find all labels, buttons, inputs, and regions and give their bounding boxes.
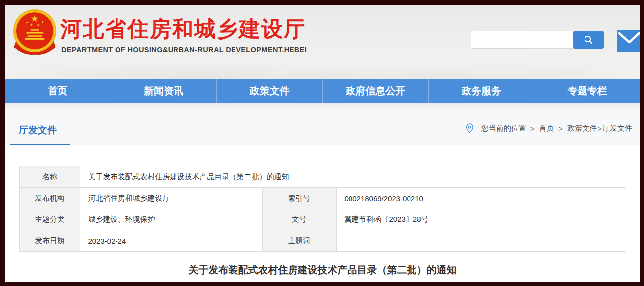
meta-value-name: 关于发布装配式农村住房建设技术产品目录（第二批）的通知: [80, 166, 626, 188]
table-row: 发布机构 河北省住房和城乡建设厅 索引号 000218069/2023-0021…: [19, 188, 626, 209]
site-header: 河北省住房和城乡建设厅 DEPARTMENT OF HOUSING&URBAN-…: [5, 5, 640, 79]
meta-label-topic-category: 主题分类: [19, 209, 80, 230]
national-emblem-logo: [11, 8, 59, 59]
search-input[interactable]: [471, 31, 581, 49]
document-meta-table: 名称 关于发布装配式农村住房建设技术产品目录（第二批）的通知 发布机构 河北省住…: [19, 166, 626, 252]
meta-label-doc-number: 文号: [262, 209, 336, 230]
envelope-icon: [617, 30, 641, 52]
mail-button[interactable]: [617, 30, 641, 52]
content-area: 名称 关于发布装配式农村住房建设技术产品目录（第二批）的通知 发布机构 河北省住…: [5, 145, 640, 282]
meta-label-publish-date: 发布日期: [19, 230, 80, 252]
main-nav: 首页 新闻资讯 政策文件 政府信息公开 政务服务 专题专栏: [5, 79, 640, 103]
location-pin-icon: [465, 123, 474, 134]
meta-label-name: 名称: [19, 166, 80, 188]
meta-label-issuer: 发布机构: [19, 188, 80, 209]
search-button[interactable]: [573, 31, 604, 49]
site-subtitle: DEPARTMENT OF HOUSING&URBAN-RURAL DEVELO…: [61, 46, 307, 54]
breadcrumb-separator: >: [597, 124, 602, 133]
meta-value-doc-number: 冀建节科函〔2023〕28号: [336, 209, 626, 230]
table-row: 主题分类 城乡建设、环境保护 文号 冀建节科函〔2023〕28号: [19, 209, 626, 230]
table-row: 发布日期 2023-02-24 主题词: [19, 230, 626, 252]
breadcrumb-separator: >: [530, 124, 535, 133]
meta-label-index-number: 索引号: [262, 188, 336, 209]
meta-value-publish-date: 2023-02-24: [80, 230, 262, 252]
site-title: 河北省住房和城乡建设厅: [60, 18, 307, 40]
nav-item-news[interactable]: 新闻资讯: [111, 79, 217, 103]
section-bar: 厅发文件 您当前的位置 > 首页 > 政策文件 > 厅发文件: [5, 103, 640, 145]
breadcrumb-link-policy[interactable]: 政策文件: [567, 124, 597, 133]
meta-label-keywords: 主题词: [262, 230, 336, 252]
nav-item-services[interactable]: 政务服务: [428, 79, 534, 103]
table-row: 名称 关于发布装配式农村住房建设技术产品目录（第二批）的通知: [19, 166, 626, 188]
nav-item-gov-info[interactable]: 政府信息公开: [322, 79, 428, 103]
breadcrumb-link-home[interactable]: 首页: [539, 124, 554, 133]
breadcrumb-separator: >: [558, 124, 563, 133]
nav-item-home[interactable]: 首页: [5, 79, 111, 103]
meta-value-index-number: 000218069/2023-00210: [336, 188, 626, 209]
breadcrumb-location-label: 您当前的位置: [481, 124, 526, 133]
meta-value-topic-category: 城乡建设、环境保护: [80, 209, 262, 230]
site-title-block: 河北省住房和城乡建设厅 DEPARTMENT OF HOUSING&URBAN-…: [60, 18, 307, 54]
search-icon: [583, 34, 594, 45]
meta-value-keywords: [336, 230, 626, 252]
breadcrumb-link-current[interactable]: 厅发文件: [602, 124, 632, 133]
page: 河北省住房和城乡建设厅 DEPARTMENT OF HOUSING&URBAN-…: [0, 0, 644, 286]
nav-item-policy[interactable]: 政策文件: [216, 79, 322, 103]
breadcrumb: 您当前的位置 > 首页 > 政策文件 > 厅发文件: [465, 123, 632, 134]
meta-value-issuer: 河北省住房和城乡建设厅: [80, 188, 262, 209]
document-title: 关于发布装配式农村住房建设技术产品目录（第二批）的通知: [5, 263, 640, 277]
tab-dept-documents[interactable]: 厅发文件: [19, 124, 57, 137]
nav-item-special[interactable]: 专题专栏: [534, 79, 640, 103]
